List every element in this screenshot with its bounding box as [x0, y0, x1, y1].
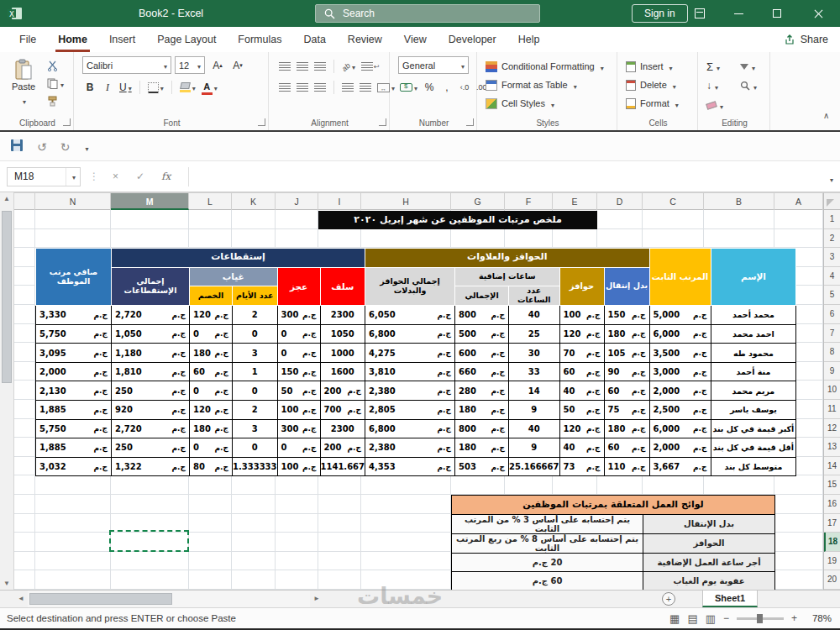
- column-header-A[interactable]: A: [774, 193, 823, 210]
- cell-L12[interactable]: 180ج.م: [190, 419, 233, 438]
- cell-F12[interactable]: 40: [509, 419, 559, 438]
- cell-K6[interactable]: 2: [233, 306, 278, 325]
- cell-K8[interactable]: 3: [233, 344, 278, 363]
- cell-N10[interactable]: 2,130ج.م: [36, 381, 112, 401]
- select-all-corner[interactable]: [823, 192, 840, 210]
- align-center-button[interactable]: [295, 79, 310, 96]
- italic-button[interactable]: I: [100, 79, 115, 96]
- cell-C14[interactable]: 3,667ج.م: [649, 457, 711, 476]
- cell-E12[interactable]: 120ج.م: [559, 419, 604, 438]
- rules-label-17[interactable]: بدل الإنتقال: [643, 514, 775, 533]
- rules-title[interactable]: لوائح العمل المتعلقة بمرتبات الموظفين: [452, 496, 775, 515]
- cell-E7[interactable]: 120ج.م: [559, 324, 604, 344]
- cell-F11[interactable]: 9: [509, 401, 559, 420]
- cell-D6[interactable]: 150ج.م: [604, 306, 649, 325]
- row-header-19[interactable]: 19: [824, 552, 840, 571]
- cell-N14[interactable]: 3,032ج.م: [36, 457, 112, 476]
- cell-N11[interactable]: 1,885ج.م: [36, 401, 112, 420]
- cut-button[interactable]: [47, 59, 64, 72]
- cell-B11[interactable]: يوسف ياسر: [711, 401, 796, 420]
- undo-button[interactable]: ↺: [37, 140, 47, 154]
- cell-E9[interactable]: 60ج.م: [559, 362, 604, 381]
- paste-dropdown[interactable]: [21, 92, 26, 108]
- comma-style-button[interactable]: ,: [439, 79, 454, 96]
- normal-view-button[interactable]: ▦: [669, 612, 680, 625]
- row-header-8[interactable]: 8: [824, 343, 840, 362]
- tab-developer[interactable]: Developer: [438, 27, 507, 52]
- cell-F8[interactable]: 30: [509, 344, 559, 363]
- sheet-title-banner[interactable]: ملخص مرتبات الموظفين عن شهر إبريل ٢٠٢٠: [318, 211, 597, 229]
- cell-M14[interactable]: 1,322ج.م: [112, 457, 190, 476]
- cancel-entry-button[interactable]: ×: [113, 171, 118, 182]
- header-absence-days[interactable]: عدد الأيام: [233, 286, 278, 306]
- cell-K11[interactable]: 2: [233, 401, 278, 420]
- scroll-right-arrow[interactable]: ►: [310, 591, 323, 607]
- cell-G6[interactable]: 800ج.م: [455, 306, 509, 325]
- column-header-B[interactable]: B: [704, 193, 774, 210]
- cell-D14[interactable]: 110ج.م: [604, 457, 649, 476]
- page-layout-view-button[interactable]: ▤: [687, 612, 697, 625]
- tab-view[interactable]: View: [393, 27, 438, 52]
- rules-label-18[interactable]: الحوافز: [643, 533, 775, 553]
- cell-B13[interactable]: أقل قيمة في كل بند: [711, 438, 796, 458]
- cell-B7[interactable]: احمد محمد: [711, 324, 796, 344]
- rules-label-20[interactable]: عقوبة يوم الغياب: [643, 572, 775, 591]
- column-header-N[interactable]: N: [35, 193, 111, 210]
- scroll-down-arrow[interactable]: ▼: [0, 580, 13, 587]
- align-left-button[interactable]: [277, 79, 292, 96]
- column-header-H[interactable]: H: [361, 193, 451, 210]
- column-header-F[interactable]: F: [505, 193, 553, 210]
- insert-cells-button[interactable]: Insert: [626, 58, 693, 75]
- column-header-J[interactable]: J: [276, 193, 318, 210]
- cell-M12[interactable]: 2,720ج.م: [112, 419, 190, 438]
- row-header-3[interactable]: 3: [824, 248, 840, 267]
- cell-L6[interactable]: 120ج.م: [190, 306, 233, 325]
- row-header-18[interactable]: 18: [824, 533, 840, 552]
- scroll-up-arrow[interactable]: ▲: [0, 195, 13, 202]
- zoom-slider-thumb[interactable]: [757, 614, 763, 623]
- increase-decimal-button[interactable]: ‹.0: [457, 79, 472, 96]
- vertical-scrollbar-thumb[interactable]: [2, 211, 12, 383]
- row-header-11[interactable]: 11: [824, 400, 840, 419]
- sign-in-button[interactable]: Sign in: [632, 4, 688, 23]
- cell-I6[interactable]: 2300: [320, 306, 365, 325]
- save-button[interactable]: [10, 139, 24, 155]
- cell-D9[interactable]: 90ج.م: [604, 362, 649, 381]
- align-right-button[interactable]: [312, 79, 328, 96]
- font-dialog-launcher[interactable]: [258, 118, 265, 126]
- cell-M6[interactable]: 2,720ج.م: [112, 306, 190, 325]
- accounting-format-button[interactable]: [398, 79, 419, 96]
- cell-H9[interactable]: 3,810ج.م: [365, 362, 455, 381]
- formula-input[interactable]: [188, 167, 815, 186]
- cell-J13[interactable]: 0ج.م: [277, 438, 320, 458]
- cell-M8[interactable]: 1,180ج.م: [112, 344, 190, 363]
- customize-qat-button[interactable]: [83, 139, 88, 155]
- row-header-9[interactable]: 9: [824, 362, 840, 381]
- cell-I12[interactable]: 2300: [320, 419, 365, 438]
- paste-button[interactable]: Paste: [5, 56, 42, 108]
- tab-review[interactable]: Review: [337, 27, 393, 52]
- cell-styles-button[interactable]: Cell Styles: [486, 95, 612, 112]
- cell-C9[interactable]: 3,000ج.م: [649, 362, 711, 381]
- cell-G10[interactable]: 280ج.م: [455, 381, 509, 401]
- row-header-10[interactable]: 10: [824, 381, 840, 400]
- header-transport[interactable]: بدل إنتقال: [604, 267, 649, 305]
- cell-I13[interactable]: 200ج.م: [320, 438, 365, 458]
- minimize-button[interactable]: [719, 0, 758, 27]
- cell-J11[interactable]: 100ج.م: [277, 401, 320, 420]
- row-header-2[interactable]: 2: [824, 229, 840, 249]
- cell-F9[interactable]: 33: [509, 362, 559, 381]
- sheet-grid[interactable]: ملخص مرتبات الموظفين عن شهر إبريل ٢٠٢٠ ا…: [14, 210, 823, 590]
- format-cells-button[interactable]: Format: [626, 95, 693, 112]
- cell-K12[interactable]: 3: [233, 419, 278, 438]
- cell-H14[interactable]: 4,353ج.م: [365, 457, 455, 476]
- collapse-ribbon-button[interactable]: ∧: [823, 111, 829, 120]
- cell-L9[interactable]: 60ج.م: [190, 362, 233, 381]
- cell-N7[interactable]: 5,750ج.م: [36, 324, 112, 344]
- cell-H6[interactable]: 6,050ج.م: [365, 306, 455, 325]
- cell-I7[interactable]: 1050: [320, 324, 365, 344]
- copy-button[interactable]: [47, 76, 64, 90]
- cell-I10[interactable]: 200ج.م: [320, 381, 365, 401]
- cell-I11[interactable]: 700ج.م: [320, 401, 365, 420]
- cell-M13[interactable]: 250ج.م: [112, 438, 190, 458]
